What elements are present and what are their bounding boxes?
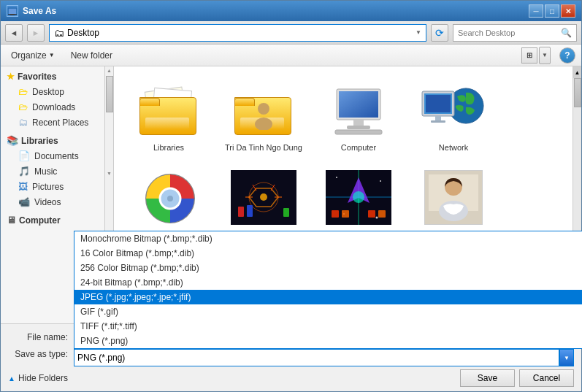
folder-icon: 🗂 xyxy=(54,27,64,39)
sidebar-item-recent[interactable]: 🗂 Recent Places xyxy=(1,115,113,130)
svg-rect-3 xyxy=(10,15,15,15)
dropdown-item-16color[interactable]: 16 Color Bitmap (*.bmp;*.dib) xyxy=(74,246,582,261)
scroll-up-button[interactable]: ▲ xyxy=(573,66,582,78)
dropdown-item-256color[interactable]: 256 Color Bitmap (*.bmp;*.dib) xyxy=(74,261,582,275)
person-folder-icon xyxy=(231,82,296,140)
network-folder-icon xyxy=(421,82,486,140)
cancel-button[interactable]: Cancel xyxy=(519,369,574,387)
grid-item-portrait[interactable] xyxy=(410,164,497,234)
grid-item-game1[interactable] xyxy=(220,164,307,234)
organize-button[interactable]: Organize ▼ xyxy=(7,48,59,63)
svg-point-38 xyxy=(353,191,364,203)
title-bar-text: Save As xyxy=(23,6,527,16)
maximize-button[interactable]: □ xyxy=(545,4,559,18)
sidebar-item-videos[interactable]: 📹 Videos xyxy=(1,194,113,210)
grid-item-person-folder[interactable]: Tri Da Tinh Ngo Dung xyxy=(220,77,307,156)
sidebar-item-computer[interactable]: 🖥 Computer xyxy=(1,212,113,228)
libraries-header[interactable]: 📚 Libraries xyxy=(1,133,113,148)
back-button[interactable]: ◄ xyxy=(5,24,23,42)
new-folder-label: New folder xyxy=(71,50,112,61)
svg-rect-44 xyxy=(342,210,349,218)
close-button[interactable]: ✕ xyxy=(561,4,575,18)
grid-item-game2[interactable] xyxy=(315,164,402,234)
help-button[interactable]: ? xyxy=(559,47,575,64)
svg-rect-46 xyxy=(378,210,386,218)
grid-item-libraries[interactable]: Libraries xyxy=(125,77,212,156)
address-dropdown-arrow[interactable]: ▼ xyxy=(416,29,421,36)
grid-item-computer[interactable]: Computer xyxy=(315,77,402,156)
svg-rect-31 xyxy=(238,207,244,217)
svg-rect-9 xyxy=(353,120,364,126)
svg-rect-43 xyxy=(332,210,339,218)
filetype-value[interactable]: PNG (*.png) xyxy=(74,349,559,366)
computer-label: Computer xyxy=(341,143,376,152)
dropdown-item-png[interactable]: PNG (*.png) xyxy=(74,334,582,348)
person-folder-label: Tri Da Tinh Ngo Dung xyxy=(225,143,302,152)
hide-folders-label: Hide Folders xyxy=(18,373,68,383)
address-text: Desktop xyxy=(67,28,413,38)
portrait-thumbnail xyxy=(421,168,486,226)
title-bar-icon xyxy=(7,5,18,17)
filetype-dropdown-arrow[interactable]: ▼ xyxy=(559,349,574,366)
dropdown-item-gif[interactable]: GIF (*.gif) xyxy=(74,304,582,319)
svg-rect-33 xyxy=(283,208,289,217)
hide-folders-button[interactable]: ▲ Hide Folders xyxy=(8,369,68,387)
search-input[interactable] xyxy=(458,28,558,37)
computer-folder-icon xyxy=(326,82,391,140)
filename-label: File name: xyxy=(8,332,74,342)
action-bar: Organize ▼ New folder ⊞ ▼ ? xyxy=(1,45,581,66)
address-bar[interactable]: 🗂 Desktop ▼ xyxy=(49,24,426,42)
sidebar-item-documents[interactable]: 📄 Documents xyxy=(1,148,113,164)
sidebar-item-downloads[interactable]: 🗁 Downloads xyxy=(1,99,113,115)
svg-rect-10 xyxy=(347,126,370,129)
title-bar: Save As ─ □ ✕ xyxy=(1,1,581,21)
filetype-display: PNG (*.png) ▼ xyxy=(74,349,574,366)
dropdown-item-monobitmap[interactable]: Monochrome Bitmap (*.bmp;*.dib) xyxy=(74,231,582,246)
minimize-button[interactable]: ─ xyxy=(529,4,543,18)
svg-rect-8 xyxy=(339,91,378,118)
documents-label: Documents xyxy=(34,151,79,161)
arrow-up-icon: ▲ xyxy=(8,374,15,383)
favorites-header[interactable]: ★ Favorites xyxy=(1,69,113,84)
game1-thumbnail xyxy=(231,168,296,226)
organize-label: Organize xyxy=(11,50,47,61)
sidebar-item-music[interactable]: 🎵 Music xyxy=(1,164,113,179)
filetype-label: Save as type: xyxy=(8,349,74,359)
music-icon: 🎵 xyxy=(18,166,30,177)
filetype-row: Save as type: PNG (*.png) ▼ Monochrome B… xyxy=(8,349,574,366)
svg-rect-32 xyxy=(247,205,253,217)
sidebar-item-pictures[interactable]: 🖼 Pictures xyxy=(1,179,113,194)
pictures-icon: 🖼 xyxy=(18,181,28,192)
libraries-label: Libraries xyxy=(153,143,184,152)
save-button[interactable]: Save xyxy=(460,369,515,387)
dropdown-item-24bit[interactable]: 24-bit Bitmap (*.bmp;*.dib) xyxy=(74,275,582,290)
view-dropdown-button[interactable]: ▼ xyxy=(539,47,551,64)
svg-rect-45 xyxy=(368,210,375,218)
svg-point-40 xyxy=(380,180,381,182)
favorites-label: Favorites xyxy=(18,72,56,82)
view-button[interactable]: ⊞ xyxy=(521,47,537,64)
filetype-dropdown-container: PNG (*.png) ▼ Monochrome Bitmap (*.bmp;*… xyxy=(74,349,574,366)
grid-item-network[interactable]: Network xyxy=(410,77,497,156)
svg-rect-19 xyxy=(431,120,445,123)
sidebar-item-desktop[interactable]: 🗁 Desktop xyxy=(1,84,113,99)
svg-point-4 xyxy=(258,103,269,115)
dropdown-item-jpeg[interactable]: JPEG (*.jpg;*.jpeg;*.jpe;*.jfif) xyxy=(74,290,582,304)
refresh-button[interactable]: ⟳ xyxy=(431,24,448,42)
chrome-disc-icon xyxy=(136,168,202,226)
grid-item-chrome[interactable] xyxy=(125,164,212,234)
svg-point-22 xyxy=(167,196,173,201)
computer-icon: 🖥 xyxy=(7,215,16,226)
svg-point-42 xyxy=(376,216,378,218)
organize-arrow-icon: ▼ xyxy=(49,52,55,58)
new-folder-button[interactable]: New folder xyxy=(65,48,118,63)
dropdown-item-tiff[interactable]: TIFF (*.tif;*.tiff) xyxy=(74,319,582,334)
svg-rect-17 xyxy=(426,95,451,112)
scroll-thumb[interactable] xyxy=(574,78,581,107)
recent-label: Recent Places xyxy=(32,118,88,128)
videos-icon: 📹 xyxy=(18,196,30,207)
favorites-section: ★ Favorites 🗁 Desktop 🗁 Downloads 🗂 Rece… xyxy=(1,69,113,130)
svg-point-39 xyxy=(336,177,337,178)
forward-button[interactable]: ► xyxy=(27,24,45,42)
search-box[interactable]: 🔍 xyxy=(453,24,577,42)
